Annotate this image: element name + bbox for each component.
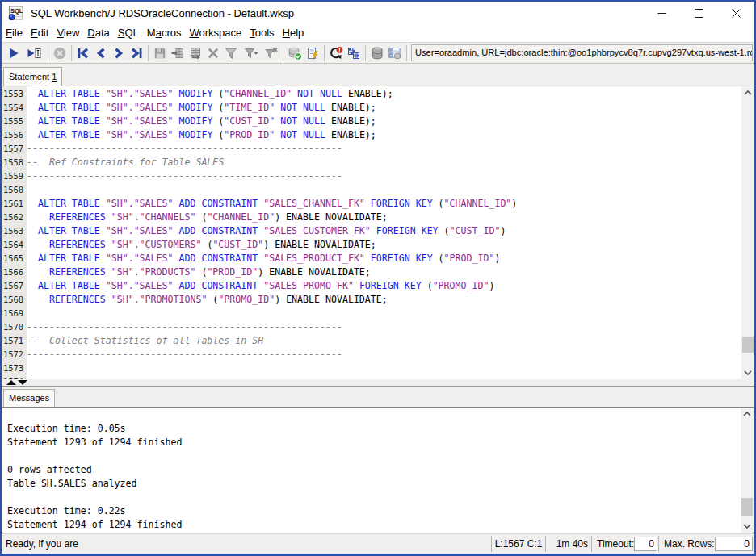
save-icon	[153, 46, 167, 61]
menu-macros[interactable]: Macros	[143, 25, 186, 41]
editor-line-1558: 1558-- Ref Constraints for Table SALES	[2, 156, 741, 169]
menu-file[interactable]: File	[2, 25, 27, 41]
toolbar-separator	[365, 45, 366, 61]
line-number: 1574	[2, 375, 27, 379]
filter-button[interactable]	[223, 44, 239, 62]
previous-record-icon	[94, 46, 108, 61]
tab-messages[interactable]: Messages	[3, 389, 55, 407]
message-line	[7, 491, 741, 505]
editor-messages-splitter[interactable]	[2, 379, 754, 387]
first-record-icon	[76, 46, 90, 61]
splitter-collapse-up-icon[interactable]	[6, 380, 16, 385]
toolbar-separator	[324, 45, 325, 61]
messages-scroll-down-icon[interactable]	[741, 520, 754, 533]
editor-line-1569: 1569	[2, 307, 741, 320]
manage-tabs-button[interactable]	[346, 44, 362, 62]
line-text: ALTER TABLE "SH"."SALES" ADD CONSTRAINT …	[27, 252, 500, 265]
timeout-input[interactable]: 0	[634, 537, 657, 551]
line-number: 1562	[2, 211, 27, 224]
db-tree-button[interactable]	[387, 44, 403, 62]
delete-row-button[interactable]	[205, 44, 221, 62]
line-number: 1567	[2, 279, 27, 293]
menu-view[interactable]: View	[52, 25, 83, 41]
first-row-button[interactable]	[75, 44, 91, 62]
menu-sql[interactable]: SQL	[114, 25, 143, 41]
close-button[interactable]	[717, 2, 754, 24]
editor-scrollbar[interactable]	[741, 86, 754, 379]
editor-line-1554: 1554 ALTER TABLE "SH"."SALES" MODIFY ("T…	[2, 101, 741, 115]
window-controls	[643, 2, 754, 24]
messages-scrollbar-thumb[interactable]	[741, 498, 753, 516]
reset-filter-button[interactable]	[263, 44, 279, 62]
editor-line-1571: 1571-- Collect Statistics of all Tables …	[2, 334, 741, 348]
sql-editor[interactable]: 1553 ALTER TABLE "SH"."SALES" MODIFY ("C…	[2, 86, 754, 379]
line-number: 1561	[2, 197, 27, 211]
execute-current-button[interactable]	[23, 44, 44, 62]
line-number: 1555	[2, 115, 27, 128]
toolbar-separator	[406, 45, 407, 61]
previous-row-button[interactable]	[93, 44, 109, 62]
messages-scrollbar[interactable]	[741, 408, 754, 533]
db-explorer-button[interactable]	[369, 44, 385, 62]
splitter-collapse-down-icon[interactable]	[18, 380, 27, 385]
editor-text[interactable]: 1553 ALTER TABLE "SH"."SALES" MODIFY ("C…	[2, 86, 741, 379]
filter-dropdown-button[interactable]	[241, 44, 262, 62]
line-number: 1553	[2, 87, 27, 101]
rollback-button[interactable]	[304, 44, 321, 62]
line-text: REFERENCES "SH"."CUSTOMERS" ("CUST_ID") …	[27, 238, 376, 252]
copy-row-button[interactable]	[187, 44, 204, 62]
line-text: ALTER TABLE "SH"."SALES" ADD CONSTRAINT …	[27, 197, 517, 211]
insert-row-button[interactable]	[170, 44, 186, 62]
editor-line-1566: 1566 REFERENCES "SH"."PRODUCTS" ("PROD_I…	[2, 265, 741, 279]
messages-tab-bar: Messages	[2, 387, 754, 407]
line-text: ALTER TABLE "SH"."SALES" ADD CONSTRAINT …	[27, 224, 506, 238]
tab-statement-1[interactable]: Statement 1	[3, 67, 62, 86]
scroll-down-icon[interactable]	[741, 366, 754, 379]
menu-help[interactable]: Help	[279, 25, 309, 41]
commit-button[interactable]	[287, 44, 303, 62]
line-number: 1571	[2, 334, 27, 348]
menu-edit[interactable]: Edit	[27, 25, 52, 41]
line-text: ALTER TABLE "SH"."SALES" ADD CONSTRAINT …	[27, 279, 494, 293]
editor-line-1559: 1559------------------------------------…	[2, 169, 741, 183]
menu-workspace[interactable]: Workspace	[185, 25, 246, 41]
line-number: 1559	[2, 169, 27, 183]
next-row-button[interactable]	[111, 44, 127, 62]
editor-line-1557: 1557------------------------------------…	[2, 142, 741, 156]
status-ready-text: Ready, if you are	[2, 534, 491, 554]
save-changes-button[interactable]	[152, 44, 168, 62]
play-icon	[6, 46, 21, 61]
minimize-button[interactable]	[643, 2, 680, 24]
menu-data[interactable]: Data	[83, 25, 113, 41]
editor-line-1568: 1568 REFERENCES "SH"."PROMOTIONS" ("PROM…	[2, 293, 741, 307]
line-number: 1554	[2, 101, 27, 115]
line-text: ----------------------------------------…	[27, 169, 342, 183]
scroll-up-icon[interactable]	[741, 86, 754, 99]
messages-panel: Execution time: 0.05sStatement 1293 of 1…	[2, 407, 754, 533]
svg-text:SQL: SQL	[10, 6, 23, 14]
messages-tab-label: Messages	[9, 393, 49, 403]
line-text: ALTER TABLE "SH"."SALES" MODIFY ("CHANNE…	[27, 87, 393, 101]
menu-tools[interactable]: Tools	[246, 25, 278, 41]
toolbar-separator	[48, 45, 48, 61]
line-number: 1566	[2, 265, 27, 279]
reconnect-button[interactable]	[328, 44, 344, 62]
maxrows-input[interactable]: 0	[715, 537, 753, 551]
cancel-statement-button[interactable]	[52, 44, 68, 62]
delete-row-icon	[206, 46, 220, 61]
execute-all-button[interactable]	[6, 44, 22, 62]
last-row-button[interactable]	[128, 44, 145, 62]
maximize-button[interactable]	[680, 2, 717, 24]
line-number: 1568	[2, 293, 27, 307]
last-record-icon	[129, 46, 144, 61]
editor-line-1561: 1561 ALTER TABLE "SH"."SALES" ADD CONSTR…	[2, 197, 741, 211]
messages-scroll-up-icon[interactable]	[741, 408, 754, 420]
line-text: REFERENCES "SH"."PROMOTIONS" ("PROMO_ID"…	[27, 293, 388, 307]
line-text: ALTER TABLE "SH"."SALES" MODIFY ("TIME_I…	[27, 101, 376, 115]
minimize-icon	[657, 9, 666, 18]
line-number: 1556	[2, 128, 27, 142]
editor-scrollbar-thumb[interactable]	[742, 337, 754, 353]
message-line	[7, 450, 741, 464]
messages-text[interactable]: Execution time: 0.05sStatement 1293 of 1…	[2, 408, 741, 533]
editor-line-1556: 1556 ALTER TABLE "SH"."SALES" MODIFY ("P…	[2, 128, 741, 142]
